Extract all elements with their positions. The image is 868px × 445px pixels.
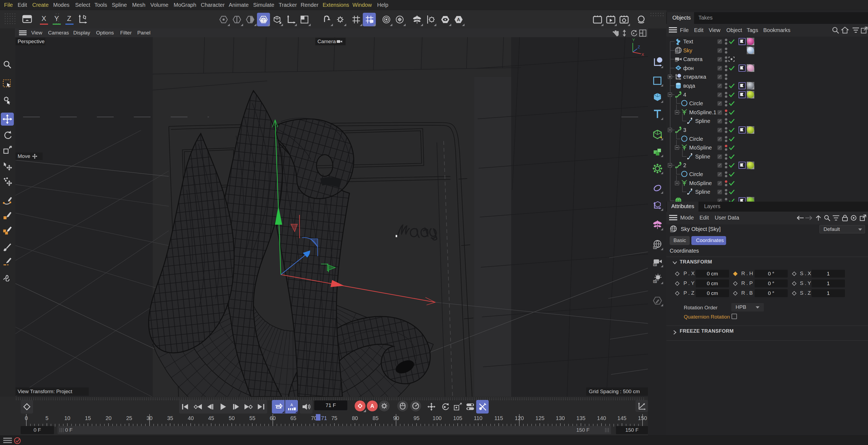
svg-text:20: 20 (105, 415, 112, 421)
svg-text:15: 15 (85, 415, 91, 421)
svg-text:40: 40 (188, 415, 194, 421)
svg-text:фон: фон (683, 65, 694, 71)
svg-text:71: 71 (321, 415, 327, 421)
svg-text:Spline: Spline (695, 189, 710, 195)
svg-text:ST: ST (653, 263, 657, 266)
svg-text:Spline: Spline (695, 118, 710, 124)
svg-text:Spline: Spline (695, 154, 710, 160)
svg-text:95: 95 (413, 415, 420, 421)
svg-text:Z: Z (638, 44, 640, 49)
svg-text:4: 4 (683, 92, 686, 98)
svg-text:Circle: Circle (689, 100, 703, 106)
svg-text:3: 3 (683, 127, 686, 133)
svg-text:105: 105 (453, 415, 462, 421)
svg-text:55: 55 (249, 415, 255, 421)
svg-text:10: 10 (64, 415, 70, 421)
svg-text:Text: Text (683, 38, 693, 44)
svg-text:45: 45 (208, 415, 214, 421)
svg-text:Y: Y (632, 38, 635, 42)
svg-text:75: 75 (331, 415, 337, 421)
svg-text:X: X (642, 52, 644, 57)
svg-text:MoSpline: MoSpline (689, 145, 712, 151)
svg-text:вода: вода (683, 83, 695, 89)
svg-text:стиралка: стиралка (683, 74, 706, 80)
svg-text:50: 50 (229, 415, 235, 421)
svg-text:SP: SP (675, 60, 678, 62)
svg-text:100: 100 (433, 415, 441, 421)
svg-text:140: 140 (597, 415, 606, 421)
svg-text:Circle: Circle (689, 136, 703, 142)
svg-text:A: A (290, 403, 293, 407)
svg-text:ST: ST (671, 230, 673, 232)
svg-text:2: 2 (683, 162, 686, 168)
svg-text:115: 115 (494, 415, 503, 421)
svg-text:Camera: Camera (683, 56, 703, 62)
svg-text:ST: ST (653, 280, 657, 283)
svg-text:125: 125 (535, 415, 544, 421)
svg-text:MoSpline: MoSpline (689, 180, 712, 186)
svg-text:130: 130 (556, 415, 565, 421)
svg-text:135: 135 (576, 415, 585, 421)
svg-text:35: 35 (167, 415, 173, 421)
svg-text:110: 110 (474, 415, 483, 421)
svg-text:ST: ST (675, 52, 678, 54)
svg-text:5: 5 (45, 415, 48, 421)
svg-text:Circle: Circle (689, 171, 703, 177)
svg-text:85: 85 (373, 415, 378, 421)
svg-text:MoSpline.1: MoSpline.1 (689, 109, 716, 115)
svg-text:80: 80 (352, 415, 358, 421)
svg-text:Sky: Sky (683, 47, 692, 54)
svg-text:A: A (457, 17, 460, 22)
svg-text:65: 65 (290, 415, 296, 421)
svg-text:145: 145 (617, 415, 626, 421)
svg-text:ST: ST (653, 246, 657, 249)
svg-text:A: A (370, 403, 374, 409)
svg-text:25: 25 (126, 415, 132, 421)
